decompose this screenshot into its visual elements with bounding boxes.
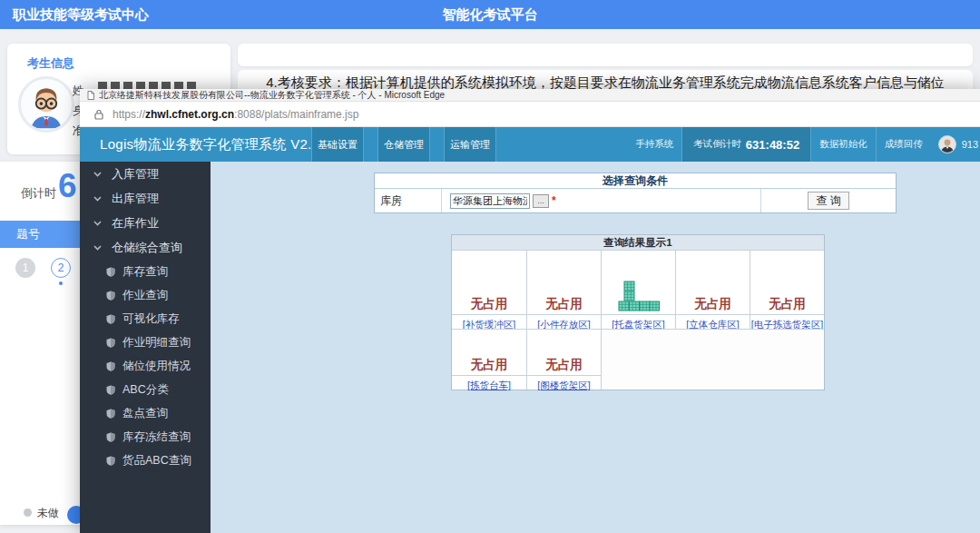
- zone-link-picking-cart[interactable]: [拣货台车]: [467, 380, 511, 390]
- sidebar-group-inwarehouse[interactable]: 在库作业: [80, 211, 211, 235]
- lock-icon: [94, 109, 103, 120]
- zone-link-cell: [补货缓冲区]: [452, 314, 526, 329]
- zone-status-cell: 无占用: [452, 250, 526, 314]
- sidebar-item-label: 库存冻结查询: [122, 429, 191, 445]
- zone-link-cell: [小件存放区]: [526, 314, 601, 329]
- warehouse-browse-button[interactable]: ...: [533, 194, 549, 208]
- zone-status-cell: 无占用: [526, 329, 601, 375]
- question-1-button[interactable]: 1: [15, 258, 35, 278]
- zone-status-cell: 无占用: [526, 250, 601, 314]
- user-id: 913: [962, 139, 980, 150]
- sidebar-item-freeze-query[interactable]: 库存冻结查询: [80, 425, 211, 449]
- nav-basic-settings[interactable]: 基础设置: [311, 127, 364, 162]
- query-results-title: 查询结果显示1: [452, 235, 824, 250]
- countdown-label: 倒计时: [21, 185, 56, 202]
- zone-link-mezzanine-rack[interactable]: [阁楼货架区]: [537, 380, 590, 390]
- sidebar-item-goods-abc-query[interactable]: 货品ABC查询: [80, 449, 211, 472]
- empty-results-area: [601, 329, 824, 390]
- sidebar-group-query[interactable]: 仓储综合查询: [80, 235, 211, 260]
- candidate-avatar: [18, 76, 74, 133]
- shield-icon: [106, 385, 115, 395]
- sidebar-group-label: 入库管理: [112, 166, 159, 183]
- score-upload-link[interactable]: 成绩回传: [877, 138, 931, 151]
- exam-side-panel: 倒计时 6 题号 1 2 未做: [0, 162, 83, 525]
- zone-link-cell: [立体仓库区]: [675, 314, 750, 329]
- nav-warehouse-management[interactable]: 仓储管理: [377, 127, 430, 162]
- exam-platform-title: 智能化考试平台: [0, 6, 980, 24]
- sidebar-group-label: 在库作业: [112, 215, 159, 232]
- sidebar-item-job-query[interactable]: 作业查询: [80, 283, 211, 307]
- browser-window-title: 北京络捷斯特科技发展股份有限公司--物流业务数字化管理系统 - 个人 - Mic…: [99, 89, 445, 102]
- browser-address-bar[interactable]: https://zhwl.cfnet.org.cn:8088/plats/mai…: [80, 102, 980, 127]
- sidebar-item-label: 可视化库存: [122, 311, 180, 327]
- warehouse-input[interactable]: [450, 193, 530, 209]
- candidate-name-clipped: [98, 82, 200, 89]
- zone-link-cell: [拣货台车]: [452, 375, 526, 390]
- sidebar-group-inbound[interactable]: 入库管理: [80, 162, 211, 186]
- zone-status: 无占用: [471, 357, 508, 373]
- candidate-panel-title: 考生信息: [27, 55, 74, 72]
- user-avatar[interactable]: [938, 135, 956, 153]
- handheld-system-link[interactable]: 手持系统: [627, 138, 681, 151]
- query-results-panel: 查询结果显示1 无占用 无占用: [451, 234, 825, 390]
- sidebar-item-label: ABC分类: [122, 382, 169, 398]
- results-row-1: 无占用 无占用: [452, 250, 824, 329]
- exam-countdown-label: 考试倒计时: [693, 138, 741, 151]
- zone-link-cell: [阁楼货架区]: [526, 375, 601, 390]
- not-done-label: 未做: [37, 506, 59, 521]
- sidebar-menu: 入库管理 出库管理 在库作业 仓储综合查询 库存查询 作业查询 可视化库存: [80, 162, 211, 533]
- zone-status: 无占用: [545, 296, 583, 312]
- shield-icon: [106, 432, 115, 442]
- app-content: 选择查询条件 库房 ... * 查 询 查询结果显示1 无占用 无占用: [211, 162, 980, 533]
- shield-icon: [106, 267, 115, 277]
- countdown-value: 6: [58, 167, 77, 205]
- chevron-down-icon: [93, 196, 102, 202]
- chevron-down-icon: [93, 172, 102, 177]
- sidebar-item-label: 储位使用情况: [122, 359, 191, 374]
- shield-icon: [106, 338, 115, 348]
- required-asterisk: *: [552, 194, 556, 207]
- question-header-panel: [238, 44, 973, 66]
- results-row-2: 无占用 无占用 [拣货台车] [阁楼货架区]: [452, 329, 824, 390]
- zone-status: 无占用: [545, 357, 583, 373]
- exam-countdown: 考试倒计时 631:48:52: [681, 127, 811, 162]
- zone-status: 无占用: [769, 296, 806, 312]
- zone-status-cell: 无占用: [750, 250, 824, 314]
- shield-icon: [106, 409, 115, 419]
- zone-status-cell: [601, 250, 675, 314]
- sidebar-item-job-detail-query[interactable]: 作业明细查询: [80, 331, 211, 354]
- browser-title-bar[interactable]: 北京络捷斯特科技发展股份有限公司--物流业务数字化管理系统 - 个人 - Mic…: [80, 89, 980, 102]
- question-number-header: 题号: [0, 221, 83, 248]
- shield-icon: [106, 456, 115, 466]
- data-init-link[interactable]: 数据初始化: [811, 138, 876, 151]
- query-button[interactable]: 查 询: [808, 192, 849, 210]
- sidebar-item-abc-class[interactable]: ABC分类: [80, 378, 211, 401]
- main-nav: 基础设置 仓储管理 运输管理: [311, 127, 496, 162]
- zone-status-cell: 无占用: [675, 250, 750, 314]
- question-2-button[interactable]: 2: [51, 258, 71, 278]
- sidebar-item-label: 作业明细查询: [122, 335, 191, 350]
- edge-browser-window: 北京络捷斯特科技发展股份有限公司--物流业务数字化管理系统 - 个人 - Mic…: [80, 89, 980, 533]
- sidebar-group-outbound[interactable]: 出库管理: [80, 186, 211, 211]
- shield-icon: [106, 291, 115, 301]
- pallet-rack-occupancy-icon: [618, 281, 660, 311]
- sidebar-item-stock-query[interactable]: 库存查询: [80, 260, 211, 283]
- sidebar-item-stocktake-query[interactable]: 盘点查询: [80, 401, 211, 425]
- app-header: Logis物流业务数字化管理系统 V2.0.1 基础设置 仓储管理 运输管理 手…: [80, 127, 980, 162]
- chevron-down-icon: [93, 245, 102, 251]
- exam-countdown-value: 631:48:52: [746, 138, 799, 152]
- sidebar-item-slot-usage[interactable]: 储位使用情况: [80, 354, 211, 378]
- shield-icon: [106, 314, 115, 324]
- query-condition-title: 选择查询条件: [375, 173, 896, 189]
- zone-link-cell: [电子拣选货架区]: [750, 314, 824, 329]
- zone-status: 无占用: [471, 296, 508, 312]
- sidebar-item-label: 货品ABC查询: [122, 453, 191, 469]
- query-condition-panel: 选择查询条件 库房 ... * 查 询: [374, 173, 897, 213]
- sidebar-group-label: 仓储综合查询: [112, 240, 182, 256]
- sidebar-item-visual-stock[interactable]: 可视化库存: [80, 307, 211, 331]
- chevron-down-icon: [93, 221, 102, 226]
- nav-transport-management[interactable]: 运输管理: [444, 127, 496, 162]
- not-done-dot: [24, 508, 32, 517]
- url-host: zhwl.cfnet.org.cn: [145, 108, 234, 121]
- shield-icon: [106, 361, 115, 371]
